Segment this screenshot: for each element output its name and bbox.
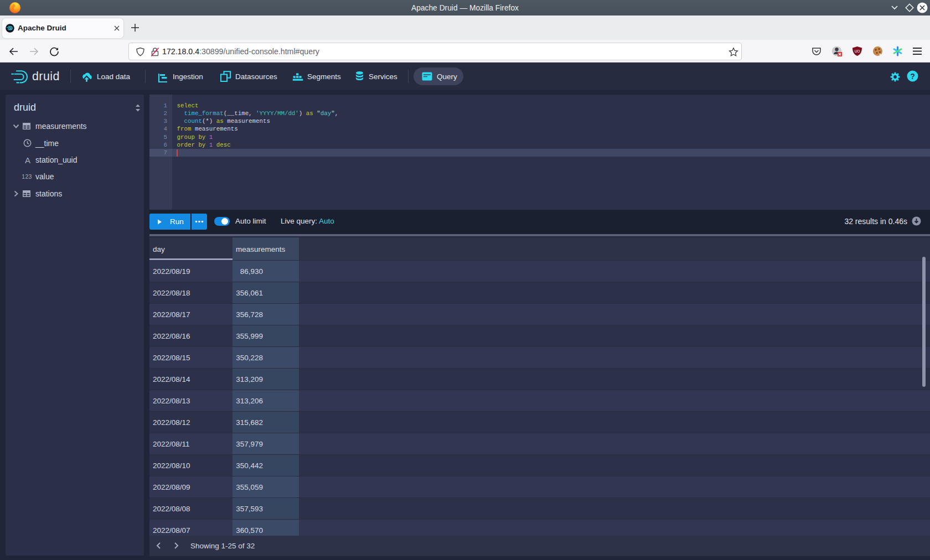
svg-text:UO: UO bbox=[855, 49, 860, 53]
svg-text:?: ? bbox=[910, 72, 915, 81]
